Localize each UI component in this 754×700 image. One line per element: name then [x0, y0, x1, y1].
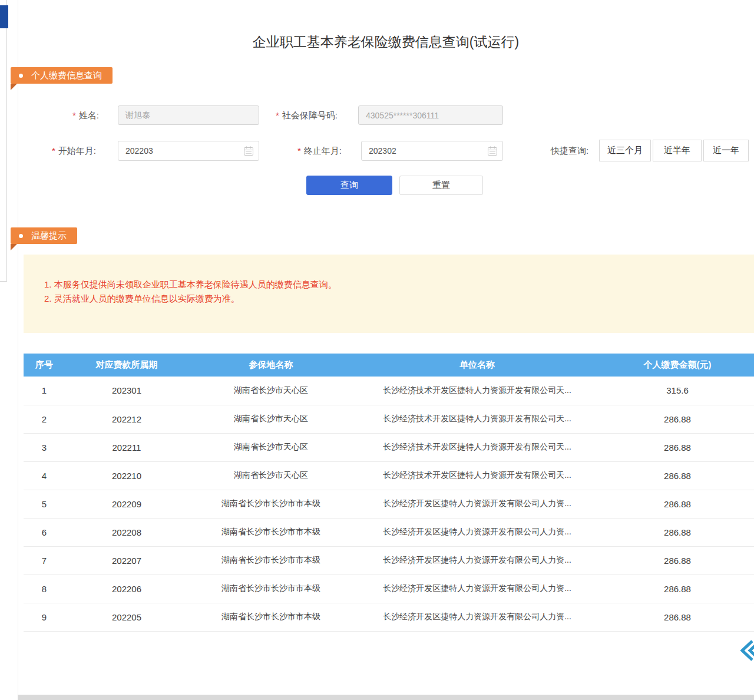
cell-unit: 长沙经济开发区捷特人力资源开发有限公司人力资... [353, 546, 601, 574]
cell-unit: 长沙经济技术开发区捷特人力资源开发有限公司天... [353, 433, 601, 461]
cell-period: 202212 [65, 405, 188, 433]
start-month-label: *开始年月: [52, 146, 96, 157]
cell-region: 湖南省长沙市长沙市市本级 [188, 574, 353, 603]
table-row: 7202207湖南省长沙市长沙市市本级长沙经济开发区捷特人力资源开发有限公司人力… [24, 546, 754, 574]
cell-index: 6 [24, 518, 65, 546]
table-row: 1202301湖南省长沙市天心区长沙经济技术开发区捷特人力资源开发有限公司天..… [24, 377, 754, 405]
end-month-input[interactable] [361, 141, 503, 161]
cell-amount: 315.6 [601, 377, 754, 405]
cell-region: 湖南省长沙市长沙市市本级 [188, 546, 353, 574]
quick-3-months-button[interactable]: 近三个月 [599, 140, 651, 161]
page-title: 企业职工基本养老保险缴费信息查询(试运行) [18, 33, 754, 51]
end-month-label: *终止年月: [297, 146, 342, 157]
cell-index: 3 [24, 433, 65, 461]
cell-region: 湖南省长沙市长沙市市本级 [188, 518, 353, 546]
table-header: 序号 对应费款所属期 参保地名称 单位名称 个人缴费金额(元) [24, 354, 754, 377]
cell-unit: 长沙经济开发区捷特人力资源开发有限公司人力资... [353, 490, 601, 518]
quick-one-year-button[interactable]: 近一年 [703, 140, 749, 161]
table-row: 4202210湖南省长沙市天心区长沙经济技术开发区捷特人力资源开发有限公司天..… [24, 461, 754, 490]
required-mark: * [297, 146, 301, 156]
bullet-icon [19, 74, 23, 78]
cell-period: 202211 [65, 433, 188, 461]
quick-query-label: 快捷查询: [551, 146, 588, 157]
table-row: 9202205湖南省长沙市长沙市市本级长沙经济开发区捷特人力资源开发有限公司人力… [24, 603, 754, 631]
cell-amount: 286.88 [601, 433, 754, 461]
cell-unit: 长沙经济技术开发区捷特人力资源开发有限公司天... [353, 461, 601, 490]
section-badge-tips: 温馨提示 [11, 227, 77, 244]
cell-region: 湖南省长沙市天心区 [188, 461, 353, 490]
bottom-scrollbar[interactable] [18, 695, 754, 700]
cell-index: 9 [24, 603, 65, 631]
sidebar-accent-block [0, 5, 8, 28]
cell-amount: 286.88 [601, 461, 754, 490]
cell-amount: 286.88 [601, 405, 754, 433]
quick-half-year-button[interactable]: 近半年 [653, 140, 702, 161]
cell-amount: 286.88 [601, 603, 754, 631]
ssn-label: *社会保障号码: [276, 110, 338, 121]
cell-amount: 286.88 [601, 574, 754, 603]
left-gutter [0, 0, 7, 282]
panel-left-border [18, 0, 18, 695]
header-region: 参保地名称 [188, 354, 353, 377]
tip-line: 1. 本服务仅提供尚未领取企业职工基本养老保险待遇人员的缴费信息查询。 [44, 279, 337, 290]
collapse-chevron-icon[interactable] [738, 638, 754, 665]
ssn-input[interactable] [358, 105, 503, 125]
name-label: *姓名: [72, 110, 99, 121]
tips-box: 1. 本服务仅提供尚未领取企业职工基本养老保险待遇人员的缴费信息查询。 2. 灵… [24, 255, 754, 333]
cell-index: 2 [24, 405, 65, 433]
cell-period: 202206 [65, 574, 188, 603]
header-unit: 单位名称 [353, 354, 601, 377]
section-badge-personal-query: 个人缴费信息查询 [11, 67, 113, 84]
required-mark: * [276, 110, 279, 120]
quick-query-group: 近三个月 近半年 近一年 [599, 140, 749, 161]
cell-period: 202301 [65, 377, 188, 405]
cell-index: 5 [24, 490, 65, 518]
start-month-input[interactable] [118, 141, 259, 161]
required-mark: * [52, 146, 55, 156]
cell-unit: 长沙经济开发区捷特人力资源开发有限公司人力资... [353, 518, 601, 546]
results-table: 序号 对应费款所属期 参保地名称 单位名称 个人缴费金额(元) 1202301湖… [24, 354, 754, 632]
table-row: 8202206湖南省长沙市长沙市市本级长沙经济开发区捷特人力资源开发有限公司人力… [24, 574, 754, 603]
tip-line: 2. 灵活就业人员的缴费单位信息以实际缴费为准。 [44, 293, 240, 305]
table-row: 5202209湖南省长沙市长沙市市本级长沙经济开发区捷特人力资源开发有限公司人力… [24, 490, 754, 518]
cell-index: 7 [24, 546, 65, 574]
cell-amount: 286.88 [601, 490, 754, 518]
section-badge-label: 个人缴费信息查询 [31, 70, 102, 81]
bullet-icon [19, 234, 23, 238]
cell-period: 202210 [65, 461, 188, 490]
cell-unit: 长沙经济技术开发区捷特人力资源开发有限公司天... [353, 405, 601, 433]
cell-unit: 长沙经济开发区捷特人力资源开发有限公司人力资... [353, 603, 601, 631]
cell-unit: 长沙经济技术开发区捷特人力资源开发有限公司天... [353, 377, 601, 405]
cell-amount: 286.88 [601, 546, 754, 574]
cell-region: 湖南省长沙市天心区 [188, 377, 353, 405]
ribbon-fold [11, 244, 17, 250]
cell-index: 4 [24, 461, 65, 490]
cell-region: 湖南省长沙市天心区 [188, 405, 353, 433]
table-row: 3202211湖南省长沙市天心区长沙经济技术开发区捷特人力资源开发有限公司天..… [24, 433, 754, 461]
header-amount: 个人缴费金额(元) [601, 354, 754, 377]
name-input[interactable] [118, 105, 259, 125]
page: 企业职工基本养老保险缴费信息查询(试运行) 个人缴费信息查询 *姓名: *社会保… [0, 0, 754, 700]
ribbon-fold [11, 84, 17, 90]
header-period: 对应费款所属期 [65, 354, 188, 377]
cell-region: 湖南省长沙市天心区 [188, 433, 353, 461]
query-button[interactable]: 查询 [306, 176, 392, 195]
cell-period: 202207 [65, 546, 188, 574]
cell-region: 湖南省长沙市长沙市市本级 [188, 603, 353, 631]
cell-index: 8 [24, 574, 65, 603]
cell-region: 湖南省长沙市长沙市市本级 [188, 490, 353, 518]
table-row: 2202212湖南省长沙市天心区长沙经济技术开发区捷特人力资源开发有限公司天..… [24, 405, 754, 433]
table-body: 1202301湖南省长沙市天心区长沙经济技术开发区捷特人力资源开发有限公司天..… [24, 377, 754, 631]
table-row: 6202208湖南省长沙市长沙市市本级长沙经济开发区捷特人力资源开发有限公司人力… [24, 518, 754, 546]
header-index: 序号 [24, 354, 65, 377]
cell-period: 202205 [65, 603, 188, 631]
cell-amount: 286.88 [601, 518, 754, 546]
required-mark: * [72, 110, 76, 120]
reset-button[interactable]: 重置 [399, 176, 483, 195]
cell-index: 1 [24, 377, 65, 405]
cell-period: 202208 [65, 518, 188, 546]
section-badge-label: 温馨提示 [31, 230, 67, 242]
cell-unit: 长沙经济开发区捷特人力资源开发有限公司人力资... [353, 574, 601, 603]
cell-period: 202209 [65, 490, 188, 518]
